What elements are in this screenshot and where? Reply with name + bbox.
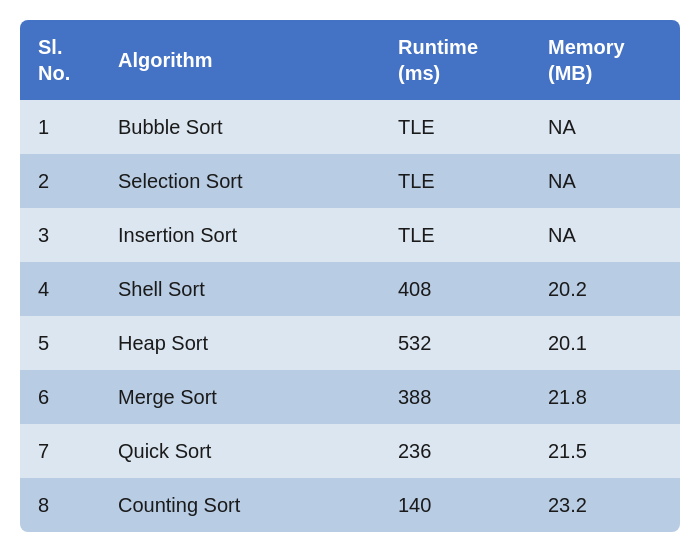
cell-runtime: 532	[380, 316, 530, 370]
cell-sl: 1	[20, 100, 100, 154]
sorting-algorithms-table: Sl.No. Algorithm Runtime(ms) Memory(MB) …	[20, 20, 680, 532]
cell-algorithm: Selection Sort	[100, 154, 380, 208]
table-container: Sl.No. Algorithm Runtime(ms) Memory(MB) …	[20, 20, 680, 532]
table-row: 3Insertion SortTLENA	[20, 208, 680, 262]
cell-runtime: TLE	[380, 154, 530, 208]
table-row: 8Counting Sort14023.2	[20, 478, 680, 532]
cell-sl: 4	[20, 262, 100, 316]
cell-sl: 7	[20, 424, 100, 478]
cell-memory: 23.2	[530, 478, 680, 532]
table-row: 7Quick Sort23621.5	[20, 424, 680, 478]
cell-sl: 5	[20, 316, 100, 370]
cell-runtime: TLE	[380, 100, 530, 154]
cell-algorithm: Bubble Sort	[100, 100, 380, 154]
cell-algorithm: Insertion Sort	[100, 208, 380, 262]
cell-memory: NA	[530, 154, 680, 208]
cell-memory: 21.8	[530, 370, 680, 424]
header-sl: Sl.No.	[20, 20, 100, 100]
cell-memory: 21.5	[530, 424, 680, 478]
cell-sl: 2	[20, 154, 100, 208]
cell-algorithm: Shell Sort	[100, 262, 380, 316]
cell-sl: 6	[20, 370, 100, 424]
cell-memory: 20.2	[530, 262, 680, 316]
cell-memory: 20.1	[530, 316, 680, 370]
cell-runtime: 236	[380, 424, 530, 478]
table-header-row: Sl.No. Algorithm Runtime(ms) Memory(MB)	[20, 20, 680, 100]
cell-algorithm: Quick Sort	[100, 424, 380, 478]
cell-algorithm: Counting Sort	[100, 478, 380, 532]
table-row: 5Heap Sort53220.1	[20, 316, 680, 370]
cell-memory: NA	[530, 100, 680, 154]
table-row: 4Shell Sort40820.2	[20, 262, 680, 316]
cell-runtime: 140	[380, 478, 530, 532]
cell-runtime: 408	[380, 262, 530, 316]
cell-runtime: TLE	[380, 208, 530, 262]
header-runtime: Runtime(ms)	[380, 20, 530, 100]
cell-sl: 8	[20, 478, 100, 532]
table-row: 1Bubble SortTLENA	[20, 100, 680, 154]
cell-runtime: 388	[380, 370, 530, 424]
cell-algorithm: Heap Sort	[100, 316, 380, 370]
cell-sl: 3	[20, 208, 100, 262]
cell-memory: NA	[530, 208, 680, 262]
table-row: 2Selection SortTLENA	[20, 154, 680, 208]
cell-algorithm: Merge Sort	[100, 370, 380, 424]
header-algorithm: Algorithm	[100, 20, 380, 100]
table-row: 6Merge Sort38821.8	[20, 370, 680, 424]
header-memory: Memory(MB)	[530, 20, 680, 100]
